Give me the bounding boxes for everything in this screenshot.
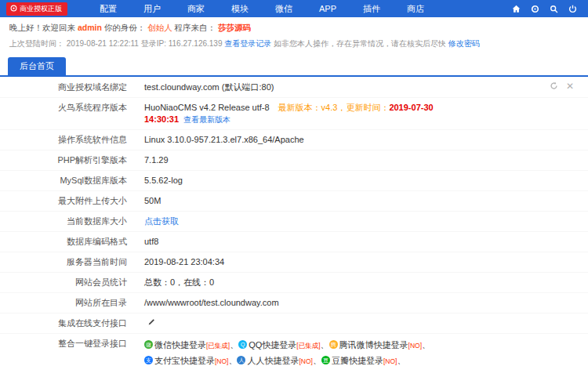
login-ip-label: 登录IP: (141, 39, 166, 48)
row-value: 总数：0，在线：0 (144, 277, 455, 288)
search-icon[interactable] (550, 5, 558, 13)
license-medal-icon (10, 5, 17, 13)
login-provider-status: [NO] (215, 357, 228, 365)
greeting-text: 晚上好！欢迎回来 (9, 23, 75, 32)
page: 商业授权正版 配置用户商家模块微信APP插件商店 晚上好！欢迎回来 admin … (0, 0, 588, 366)
nav-item-商店[interactable]: 商店 (394, 0, 437, 17)
info-row: PHP解析引擎版本7.1.29 (0, 150, 588, 171)
info-row: 网站会员统计总数：0，在线：0 (0, 273, 588, 293)
row-label: 网站会员统计 (0, 277, 127, 288)
nav-item-APP[interactable]: APP (306, 0, 350, 17)
tab-dashboard-home[interactable]: 后台首页 (8, 57, 66, 75)
edit-pencil-icon[interactable] (147, 317, 155, 329)
login-provider-label: 支付宝快捷登录 (154, 356, 215, 365)
login-provider-wechat: 微微信快捷登录[已集成] (144, 340, 230, 350)
info-row: 集成在线支付接口 (0, 313, 588, 334)
row-label: 网站所在目录 (0, 297, 127, 309)
security-notice: 如非您本人操作，存在异常情况，请在核实后尽快 (274, 39, 446, 48)
row-label: 火鸟系统程序版本 (0, 102, 127, 114)
row-label: MySql数据库版本 (0, 175, 127, 187)
clear-cache-icon[interactable] (531, 5, 539, 13)
nav-item-用户[interactable]: 用户 (130, 0, 174, 17)
douban-icon: 豆 (321, 356, 330, 364)
wechat-icon: 微 (144, 340, 153, 349)
value-part-linksm[interactable]: 查看最新版本 (183, 115, 230, 124)
row-label: 整合一键登录接口 (0, 338, 127, 350)
info-row: 操作系统软件信息Linux 3.10.0-957.21.3.el7.x86_64… (0, 130, 588, 150)
row-value: 7.1.29 (144, 154, 455, 166)
info-row: 当前数据库大小点击获取 (0, 212, 588, 232)
row-value: 50M (144, 195, 455, 207)
info-row: 整合一键登录接口微微信快捷登录[已集成]、QQQ快捷登录[已集成]、腾腾讯微博快… (0, 334, 588, 366)
login-provider-status: [NO] (299, 357, 312, 365)
login-provider-status: [NO] (408, 342, 422, 350)
row-label: 数据库编码格式 (0, 236, 127, 248)
login-provider-alipay: 支支付宝快捷登录[NO] (144, 356, 228, 365)
row-label: 最大附件上传大小 (0, 195, 127, 207)
row-label: 操作系统软件信息 (0, 134, 127, 146)
identity-value: 创始人 (147, 23, 172, 32)
value-part-orange: 最新版本：v4.3， (278, 103, 347, 112)
refresh-icon[interactable] (550, 82, 558, 90)
info-row: 商业授权域名绑定test.cloundway.com (默认端口:80) (0, 78, 588, 98)
top-navbar: 商业授权正版 配置用户商家模块微信APP插件商店 (0, 0, 588, 17)
row-label: 服务器当前时间 (0, 256, 127, 268)
panel-tools: ✕ (550, 82, 574, 90)
nav-item-商家[interactable]: 商家 (174, 0, 218, 17)
login-provider-label: 人人快捷登录 (247, 356, 299, 365)
nav-item-模块[interactable]: 模块 (218, 0, 262, 17)
navbar-right-icons (512, 5, 577, 13)
login-provider-tencent-weibo: 腾腾讯微博快捷登录[NO] (329, 340, 422, 350)
login-provider-label: 腾讯微博快捷登录 (339, 340, 408, 350)
row-value: test.cloundway.com (默认端口:80) (144, 82, 455, 93)
license-badge-label: 商业授权正版 (20, 5, 62, 13)
row-value: utf8 (144, 236, 455, 248)
alipay-icon: 支 (144, 356, 153, 364)
login-provider-status: [NO] (383, 357, 397, 365)
qq-icon: Q (238, 340, 247, 349)
tab-bar: 后台首页 (0, 49, 588, 77)
identity-label: 你的身份： (104, 23, 146, 32)
row-label: PHP解析引擎版本 (0, 154, 127, 166)
login-provider-douban: 豆豆瓣快捷登录[NO] (321, 356, 397, 365)
main-menu: 配置用户商家模块微信APP插件商店 (86, 0, 437, 17)
info-row: 服务器当前时间2019-08-21 23:04:34 (0, 252, 588, 273)
last-login-label: 上次登陆时间： (9, 39, 64, 48)
row-value: 微微信快捷登录[已集成]、QQQ快捷登录[已集成]、腾腾讯微博快捷登录[NO]、… (144, 338, 455, 366)
nav-item-配置[interactable]: 配置 (86, 0, 130, 17)
license-badge: 商业授权正版 (6, 2, 67, 16)
row-label: 集成在线支付接口 (0, 317, 127, 329)
info-row: 最大附件上传大小50M (0, 191, 588, 212)
nav-item-微信[interactable]: 微信 (262, 0, 306, 17)
row-value: 2019-08-21 23:04:34 (144, 256, 455, 268)
login-provider-renren: 人人人快捷登录[NO] (237, 356, 312, 365)
value-part-plain: HuoNiaoCMS v4.2 Release utf-8 (144, 103, 278, 112)
last-login-time: 2019-08-21 12:22:11 (67, 39, 139, 48)
last-login-line: 上次登陆时间： 2019-08-21 12:22:11 登录IP: 116.27… (9, 38, 579, 49)
home-icon[interactable] (512, 5, 521, 13)
tencent-weibo-icon: 腾 (329, 340, 338, 349)
login-provider-status: [已集成] (206, 342, 230, 350)
renren-icon: 人 (237, 356, 245, 364)
nav-item-插件[interactable]: 插件 (350, 0, 394, 17)
view-login-log-link[interactable]: 查看登录记录 (224, 39, 271, 48)
close-icon[interactable]: ✕ (566, 82, 574, 90)
power-icon[interactable] (568, 5, 577, 13)
source-label: 程序来自： (175, 23, 216, 32)
change-password-link[interactable]: 修改密码 (448, 39, 480, 48)
login-provider-qq: QQQ快捷登录[已集成] (238, 340, 320, 350)
row-label: 商业授权域名绑定 (0, 82, 127, 93)
login-ip: 116.27.126.139 (169, 39, 223, 48)
info-rows: 商业授权域名绑定test.cloundway.com (默认端口:80)火鸟系统… (0, 78, 588, 366)
source-value: 莎莎源码 (218, 23, 251, 32)
row-value: HuoNiaoCMS v4.2 Release utf-8 最新版本：v4.3，… (144, 102, 455, 125)
row-value: Linux 3.10.0-957.21.3.el7.x86_64/Apache (144, 134, 455, 146)
fetch-db-size-link[interactable]: 点击获取 (144, 216, 179, 226)
info-row: 火鸟系统程序版本HuoNiaoCMS v4.2 Release utf-8 最新… (0, 98, 588, 130)
login-provider-label: QQ快捷登录 (249, 340, 296, 350)
row-value (144, 317, 455, 329)
info-row: 网站所在目录/www/wwwroot/test.cloundway.com (0, 293, 588, 313)
welcome-bar: 晚上好！欢迎回来 admin 你的身份： 创始人 程序来自： 莎莎源码 上次登陆… (0, 17, 588, 49)
system-info-panel: ✕ 商业授权域名绑定test.cloundway.com (默认端口:80)火鸟… (0, 77, 588, 366)
row-label: 当前数据库大小 (0, 216, 127, 227)
